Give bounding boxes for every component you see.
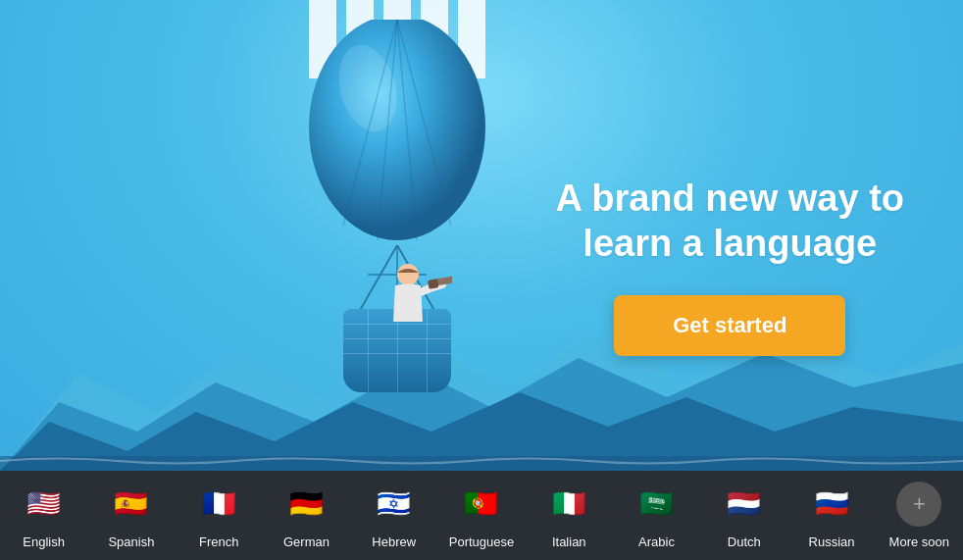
lang-dutch[interactable]: 🇳🇱 Dutch <box>700 471 787 560</box>
lang-german[interactable]: 🇩🇪 German <box>263 471 350 560</box>
balloon-illustration <box>275 0 520 422</box>
get-started-button[interactable]: Get started <box>614 295 845 356</box>
lang-hebrew[interactable]: 🇮🇱 Hebrew <box>350 471 437 560</box>
flag-hebrew: 🇮🇱 <box>372 482 417 527</box>
flag-english: 🇺🇸 <box>22 482 67 527</box>
hero-text-block: A brand new way to learn a language Get … <box>556 177 904 356</box>
lang-label-italian: Italian <box>552 535 586 549</box>
lang-label-english: English <box>23 535 65 549</box>
lang-label-dutch: Dutch <box>728 535 761 549</box>
flag-german: 🇩🇪 <box>283 482 329 527</box>
flag-dutch: 🇳🇱 <box>722 482 767 527</box>
lang-label-hebrew: Hebrew <box>372 535 416 549</box>
flag-italian: 🇮🇹 <box>546 482 591 527</box>
lang-more-soon[interactable]: + More soon <box>876 471 963 560</box>
lang-arabic[interactable]: 🇸🇦 Arabic <box>613 471 700 560</box>
flag-russian: 🇷🇺 <box>809 482 854 527</box>
lang-label-portuguese: Portuguese <box>449 535 515 549</box>
lang-italian[interactable]: 🇮🇹 Italian <box>526 471 613 560</box>
hero-section: A brand new way to learn a language Get … <box>0 0 963 471</box>
lang-label-arabic: Arabic <box>638 535 675 549</box>
lang-spanish[interactable]: 🇪🇸 Spanish <box>87 471 175 560</box>
more-soon-icon: + <box>896 482 941 527</box>
lang-french[interactable]: 🇫🇷 French <box>176 471 263 560</box>
flag-french: 🇫🇷 <box>196 482 241 527</box>
lang-label-german: German <box>283 535 329 549</box>
svg-point-4 <box>309 20 485 240</box>
language-bar: 🇺🇸 English 🇪🇸 Spanish 🇫🇷 French 🇩🇪 Germa… <box>0 471 963 560</box>
svg-rect-16 <box>428 279 438 289</box>
svg-point-14 <box>397 264 419 285</box>
flag-portuguese: 🇵🇹 <box>459 482 504 527</box>
hero-headline: A brand new way to learn a language <box>556 177 904 266</box>
flag-spanish: 🇪🇸 <box>109 482 154 527</box>
lang-label-french: French <box>199 535 238 549</box>
lang-english[interactable]: 🇺🇸 English <box>0 471 87 560</box>
lang-russian[interactable]: 🇷🇺 Russian <box>787 471 875 560</box>
lang-portuguese[interactable]: 🇵🇹 Portuguese <box>437 471 525 560</box>
lang-label-more-soon: More soon <box>889 535 949 549</box>
lang-label-russian: Russian <box>809 535 855 549</box>
flag-arabic: 🇸🇦 <box>634 482 680 527</box>
lang-label-spanish: Spanish <box>108 535 154 549</box>
